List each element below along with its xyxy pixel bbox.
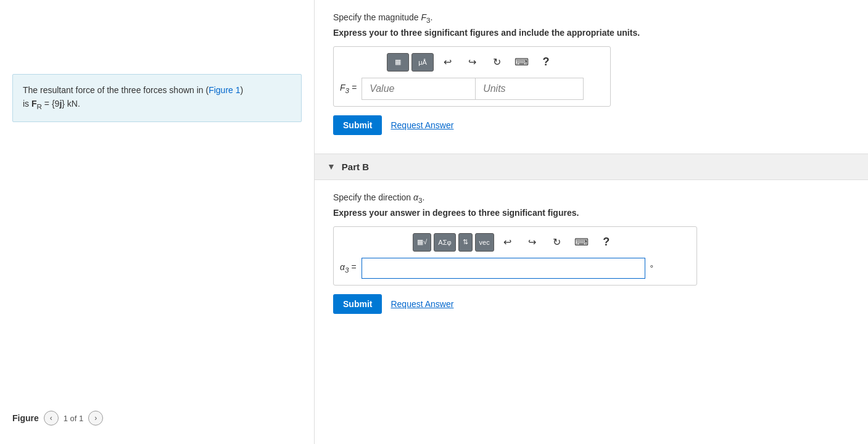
part-b-action-row: Submit Request Answer xyxy=(333,294,849,314)
part-a-redo-button[interactable]: ↪ xyxy=(461,53,483,72)
part-a-section: Specify the magnitude F3. Express your t… xyxy=(333,12,849,135)
part-a-answer-box: ▦ μÅ ↩ ↪ ↻ ⌨ ? xyxy=(333,46,611,107)
part-a-toolbar-matrix-btn[interactable]: ▦ xyxy=(387,53,409,72)
part-b-submit-button[interactable]: Submit xyxy=(333,294,382,314)
undo-icon: ↩ xyxy=(503,236,511,248)
help-icon: ? xyxy=(603,236,610,249)
vec-icon: vec xyxy=(479,239,490,246)
part-b-label: Part B xyxy=(342,162,369,172)
part-a-action-row: Submit Request Answer xyxy=(333,115,849,135)
help-icon: ? xyxy=(543,56,550,68)
part-a-undo-button[interactable]: ↩ xyxy=(436,53,458,72)
refresh-icon: ↻ xyxy=(493,56,501,68)
greek-icon: ΑΣφ xyxy=(438,239,451,246)
units-icon: μÅ xyxy=(418,59,427,66)
part-b-redo-button[interactable]: ↪ xyxy=(521,233,544,252)
part-b-instruction1: Specify the direction α3. xyxy=(333,192,849,204)
part-a-toolbar-units-btn[interactable]: μÅ xyxy=(411,53,434,72)
keyboard-icon: ⌨ xyxy=(515,56,529,68)
info-paren: ) xyxy=(241,85,244,95)
figure-label: Figure xyxy=(12,413,39,423)
refresh-icon: ↻ xyxy=(553,236,561,248)
part-a-refresh-button[interactable]: ↻ xyxy=(486,53,508,72)
part-b-section: Specify the direction α3. Express your a… xyxy=(333,192,849,314)
part-b-input-row: α3 = ° xyxy=(340,258,690,279)
part-b-toolbar: ▦√ ΑΣφ ⇅ vec ↩ ↪ ↻ xyxy=(340,233,690,252)
part-b-keyboard-button[interactable]: ⌨ xyxy=(571,233,593,252)
figure-nav: Figure ‹ 1 of 1 › xyxy=(12,405,302,432)
figure-link[interactable]: Figure 1 xyxy=(209,85,240,95)
part-b-alpha-input[interactable] xyxy=(362,258,645,279)
degree-symbol: ° xyxy=(650,263,654,273)
part-a-request-answer-button[interactable]: Request Answer xyxy=(391,120,453,130)
part-b-request-answer-button[interactable]: Request Answer xyxy=(391,299,453,309)
next-page-button[interactable]: › xyxy=(88,411,103,426)
part-b-header: ▼ Part B xyxy=(315,154,868,180)
part-b-toolbar-greek-btn[interactable]: ΑΣφ xyxy=(434,233,455,252)
undo-icon: ↩ xyxy=(444,56,452,68)
redo-icon: ↪ xyxy=(468,56,476,68)
part-a-keyboard-button[interactable]: ⌨ xyxy=(510,53,532,72)
chevron-down-icon: ▼ xyxy=(327,162,336,171)
part-a-value-input[interactable] xyxy=(362,78,476,100)
keyboard-icon: ⌨ xyxy=(574,236,589,248)
info-result-text: is FR = {9j} kN. xyxy=(23,99,80,109)
prev-page-button[interactable]: ‹ xyxy=(44,411,59,426)
part-b-undo-button[interactable]: ↩ xyxy=(497,233,519,252)
part-a-input-label: F3 = xyxy=(340,83,357,94)
right-panel: Specify the magnitude F3. Express your t… xyxy=(315,0,868,444)
part-b-instruction2: Express your answer in degrees to three … xyxy=(333,208,849,218)
part-a-input-row: F3 = xyxy=(340,78,604,100)
part-b-toolbar-vec-btn[interactable]: vec xyxy=(475,233,494,252)
part-b-refresh-button[interactable]: ↻ xyxy=(546,233,568,252)
left-panel: The resultant force of the three forces … xyxy=(0,0,315,444)
matrix-icon: ▦ xyxy=(395,58,401,66)
redo-icon: ↪ xyxy=(528,236,536,248)
part-a-help-button[interactable]: ? xyxy=(535,53,557,72)
part-a-units-input[interactable] xyxy=(476,78,584,100)
arrows-icon: ⇅ xyxy=(463,238,468,246)
part-a-submit-button[interactable]: Submit xyxy=(333,115,382,135)
matrix-sqrt-icon: ▦√ xyxy=(417,238,427,246)
part-a-instruction2: Express your to three significant figure… xyxy=(333,28,849,38)
part-b-answer-box: ▦√ ΑΣφ ⇅ vec ↩ ↪ ↻ xyxy=(333,226,697,286)
part-a-toolbar: ▦ μÅ ↩ ↪ ↻ ⌨ ? xyxy=(340,53,604,72)
part-b-input-label: α3 = xyxy=(340,262,357,274)
part-b-toolbar-arrows-btn[interactable]: ⇅ xyxy=(458,233,473,252)
info-text: The resultant force of the three forces … xyxy=(23,85,209,95)
info-box: The resultant force of the three forces … xyxy=(12,74,302,122)
part-b-toolbar-matrix-btn[interactable]: ▦√ xyxy=(413,233,431,252)
page-indicator: 1 of 1 xyxy=(64,414,84,423)
part-a-instruction1: Specify the magnitude F3. xyxy=(333,12,849,24)
part-b-help-button[interactable]: ? xyxy=(595,233,618,252)
